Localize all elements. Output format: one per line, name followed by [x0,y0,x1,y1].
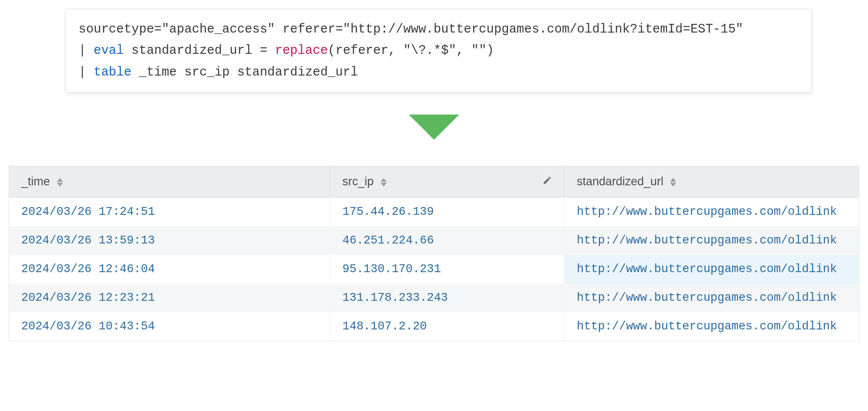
cell-src-ip: 148.107.2.20 [330,312,565,341]
keyword-eval: eval [94,43,124,58]
sort-up-icon [381,178,387,182]
sort-icon[interactable] [670,178,676,187]
table-row[interactable]: 2024/03/26 12:23:21 131.178.233.243 http… [9,283,859,312]
search-query-editor[interactable]: sourcetype="apache_access" referer="http… [65,9,812,93]
column-header-time[interactable]: _time [9,166,330,197]
sort-up-icon [670,178,676,182]
table-row[interactable]: 2024/03/26 17:24:51 175.44.26.139 http:/… [9,197,859,226]
flow-arrow-wrap [0,115,868,140]
cell-url: http://www.buttercupgames.com/oldlink [565,197,859,226]
keyword-replace: replace [275,43,328,58]
table-row[interactable]: 2024/03/26 10:43:54 148.107.2.20 http://… [9,312,859,341]
sort-up-icon [57,178,63,182]
keyword-table: table [94,65,132,79]
query-line-3: | table _time src_ip standardized_url [79,62,798,83]
cell-url: http://www.buttercupgames.com/oldlink [565,255,859,283]
column-header-standardized-url[interactable]: standardized_url [565,166,859,197]
cell-time: 2024/03/26 10:43:54 [9,312,330,341]
sort-down-icon [670,183,676,187]
table-header-row: _time src_ip standardized_url [9,166,859,197]
column-header-label: _time [21,175,50,188]
query-line-2: | eval standardized_url = replace(refere… [79,40,798,61]
cell-time: 2024/03/26 12:23:21 [9,283,330,312]
cell-time: 2024/03/26 17:24:51 [9,197,330,226]
results-table: _time src_ip standardized_url [9,166,859,341]
pencil-icon[interactable] [542,175,552,188]
cell-url: http://www.buttercupgames.com/oldlink [565,312,859,341]
arrow-down-icon [409,115,459,140]
column-header-label: standardized_url [577,175,664,188]
cell-time: 2024/03/26 13:59:13 [9,226,330,255]
cell-src-ip: 95.130.170.231 [330,255,565,283]
cell-url: http://www.buttercupgames.com/oldlink [565,283,859,312]
cell-time: 2024/03/26 12:46:04 [9,255,330,283]
sort-down-icon [381,183,387,187]
column-header-src-ip[interactable]: src_ip [330,166,565,197]
sort-down-icon [57,183,63,187]
column-header-label: src_ip [342,175,374,188]
cell-url: http://www.buttercupgames.com/oldlink [565,226,859,255]
cell-src-ip: 46.251.224.66 [330,226,565,255]
table-row[interactable]: 2024/03/26 12:46:04 95.130.170.231 http:… [9,255,859,283]
query-text: _time src_ip standardized_url [132,65,358,79]
cell-src-ip: 131.178.233.243 [330,283,565,312]
sort-icon[interactable] [57,178,63,187]
pipe-symbol: | [79,65,94,79]
query-line-1: sourcetype="apache_access" referer="http… [79,19,798,40]
query-text: standardized_url = [124,43,275,58]
query-text: (referer, "\?.*$", "") [328,43,494,58]
pipe-symbol: | [79,43,94,58]
table-row[interactable]: 2024/03/26 13:59:13 46.251.224.66 http:/… [9,226,859,255]
cell-src-ip: 175.44.26.139 [330,197,565,226]
sort-icon[interactable] [381,178,387,187]
query-text: sourcetype="apache_access" referer="http… [79,22,743,36]
